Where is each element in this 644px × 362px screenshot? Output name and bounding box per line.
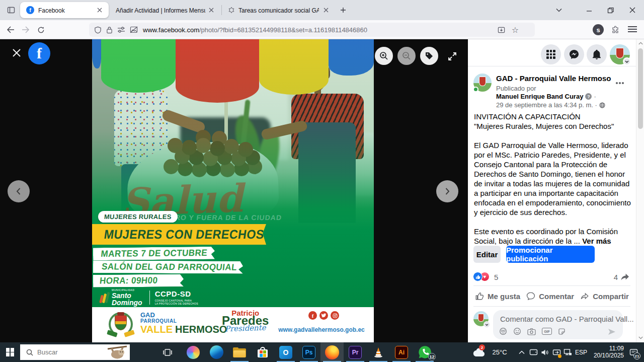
photo-footer-bar: GAD PARROQUIAL VALLEHERMOSO Patricio Par… — [92, 307, 374, 342]
taskbar-illustrator-icon[interactable]: Ai — [390, 342, 413, 362]
firefox-view-icon[interactable] — [5, 4, 17, 16]
viewer-close-icon[interactable] — [10, 46, 23, 59]
gif-icon[interactable]: GIF — [542, 328, 552, 335]
sticker-icon[interactable] — [558, 328, 566, 335]
taskbar-whatsapp-icon[interactable]: 12 — [413, 342, 436, 362]
tab-facebook[interactable]: f Facebook — [20, 2, 109, 18]
post-body-line: INVITACIÓN A CAPACITACIÓN — [474, 112, 632, 121]
new-tab-button[interactable] — [338, 5, 348, 15]
comment-button[interactable]: Comentar — [526, 292, 574, 301]
weather-alert-badge: 2 — [479, 344, 485, 350]
reload-button[interactable] — [34, 24, 47, 36]
question-badge-icon[interactable]: ? — [585, 93, 592, 100]
forward-button[interactable] — [19, 24, 32, 36]
tray-network-icon[interactable] — [562, 342, 573, 362]
avatar-sticker-icon[interactable] — [499, 327, 507, 335]
tab-informes[interactable]: Añadir Actividad | Informes Mensua — [112, 2, 219, 18]
next-photo-button[interactable] — [436, 180, 458, 202]
comment-composer[interactable]: Comentar como GAD - Parroquial Vall... G… — [493, 310, 623, 339]
sidebar-scrollbar[interactable] — [636, 39, 644, 342]
shield-icon[interactable] — [94, 26, 102, 34]
scroll-down-icon[interactable] — [638, 335, 643, 340]
page-name-link[interactable]: GAD - Parroquial Valle Hermoso — [496, 74, 611, 83]
author-row: Manuel Enrique Band Curay ? · — [496, 93, 596, 100]
reaction-count[interactable]: 5 — [494, 273, 498, 281]
like-reaction-icon[interactable] — [473, 272, 482, 281]
account-avatar[interactable] — [610, 44, 630, 64]
composer-icons-row: GIF — [499, 327, 566, 335]
page-avatar[interactable] — [473, 74, 492, 92]
messenger-icon[interactable] — [564, 44, 584, 64]
edit-button[interactable]: Editar — [473, 246, 501, 263]
start-button[interactable] — [0, 342, 20, 362]
tab-tareas[interactable]: Tareas comunicador social GAD — [223, 2, 333, 18]
taskbar-vlc-icon[interactable] — [367, 342, 390, 362]
bookmark-star-icon[interactable]: ☆ — [510, 24, 521, 35]
tab-close-icon[interactable] — [207, 6, 215, 14]
like-button[interactable]: Me gusta — [475, 292, 520, 301]
taskbar-photoshop-icon[interactable]: Ps — [297, 342, 320, 362]
back-button[interactable] — [4, 24, 17, 36]
author-link[interactable]: Manuel Enrique Band Curay — [496, 93, 583, 100]
taskbar-search-box[interactable] — [20, 344, 130, 360]
extension-s-icon[interactable]: s — [593, 24, 604, 35]
notifications-bell-icon[interactable] — [587, 44, 607, 64]
window-minimize-button[interactable] — [579, 0, 600, 20]
composer-avatar[interactable] — [473, 311, 489, 326]
taskbar-edge-icon[interactable] — [205, 342, 228, 362]
promote-post-button[interactable]: Promocionar publicación — [506, 246, 595, 263]
zoom-out-icon[interactable] — [397, 47, 416, 65]
facebook-logo[interactable]: f — [28, 42, 50, 64]
globe-privacy-icon — [599, 102, 605, 108]
tab-close-icon[interactable] — [96, 6, 104, 14]
share-count[interactable]: 4 — [614, 273, 618, 281]
menu-hamburger-icon[interactable] — [628, 26, 637, 33]
url-bar[interactable]: www.facebook.com/photo/?fbid=68135214499… — [89, 23, 535, 37]
apps-grid-icon[interactable] — [541, 44, 561, 64]
taskbar-file-explorer-icon[interactable] — [228, 342, 251, 362]
tray-volume-icon[interactable] — [539, 342, 550, 362]
tab-close-icon[interactable] — [322, 6, 330, 14]
previous-photo-button[interactable] — [8, 180, 30, 202]
taskbar-premiere-icon[interactable]: Pr — [344, 342, 367, 362]
post-date[interactable]: 29 de septiembre a las 4:34 p. m. · — [496, 101, 597, 109]
scroll-up-icon[interactable] — [638, 41, 643, 46]
share-button[interactable]: Compartir — [580, 292, 629, 301]
tray-chevron-up-icon[interactable] — [517, 342, 527, 362]
scrollbar-thumb[interactable] — [638, 48, 643, 129]
emoji-smiley-icon[interactable] — [513, 327, 521, 335]
taskbar-firefox-icon[interactable] — [320, 342, 344, 362]
taskbar-copilot-icon[interactable] — [182, 342, 205, 362]
clock[interactable]: 11:09 20/10/2025 — [591, 345, 624, 359]
search-highlight-sloth-icon[interactable] — [106, 345, 128, 359]
lock-icon[interactable] — [106, 26, 113, 34]
tray-cast-icon[interactable] — [551, 342, 562, 362]
tab-list-chevron-icon[interactable] — [553, 5, 565, 15]
zoom-in-icon[interactable] — [375, 47, 393, 65]
camera-icon[interactable] — [527, 328, 536, 335]
notification-center-icon[interactable]: 21 — [627, 342, 640, 362]
language-indicator[interactable]: ESP — [574, 342, 589, 362]
window-close-button[interactable] — [621, 0, 644, 20]
task-view-icon[interactable] — [156, 342, 179, 362]
search-input[interactable] — [37, 348, 93, 356]
send-comment-icon[interactable] — [608, 328, 616, 335]
tag-icon[interactable] — [420, 47, 438, 65]
save-page-icon[interactable] — [496, 24, 507, 35]
weather-icon[interactable]: 2 — [471, 342, 488, 362]
tray-device-icon[interactable] — [528, 342, 539, 362]
post-body-paragraph: El GAD Parroquial de Valle Hermoso, lide… — [474, 140, 632, 217]
extensions-puzzle-icon[interactable] — [610, 24, 621, 35]
see-more-link[interactable]: Ver más — [582, 237, 611, 245]
comment-input-placeholder[interactable]: Comentar como GAD - Parroquial Vall... — [500, 315, 634, 323]
taskbar-store-icon[interactable] — [251, 342, 274, 362]
post-options-menu-icon[interactable] — [613, 78, 627, 89]
window-restore-button[interactable] — [600, 0, 621, 20]
tab-title: Tareas comunicador social GAD — [238, 7, 319, 14]
temperature-label[interactable]: 25°C — [489, 342, 510, 362]
images-blocked-icon[interactable] — [130, 26, 138, 33]
permissions-sliders-icon[interactable] — [117, 26, 125, 33]
tab-title: Añadir Actividad | Informes Mensua — [116, 7, 205, 14]
fullscreen-expand-icon[interactable] — [446, 50, 459, 63]
taskbar-outlook-icon[interactable]: O — [274, 342, 297, 362]
